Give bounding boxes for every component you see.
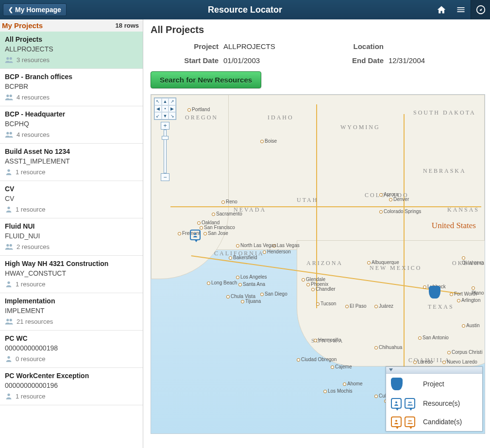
map-pan-s-icon[interactable]: ▼ bbox=[162, 112, 169, 119]
resource-group-icon bbox=[405, 398, 415, 409]
map-zoom-out-button[interactable]: − bbox=[161, 173, 169, 181]
map-pin-project[interactable] bbox=[429, 286, 440, 299]
map-zoom-slider[interactable] bbox=[164, 130, 167, 173]
project-name: PC WorkCenter Exception bbox=[5, 372, 138, 380]
project-item[interactable]: Build Asset No 1234ASST1_IMPLEMENT1 reso… bbox=[0, 144, 143, 181]
project-resources: 4 resources bbox=[5, 131, 138, 138]
map-city-label: Oklahoma bbox=[462, 255, 485, 265]
map-city-label: Bakersfield bbox=[229, 255, 257, 260]
map-city-label: Denver bbox=[389, 197, 409, 202]
resource-count: 4 resources bbox=[17, 94, 50, 101]
map-city-label: Boise bbox=[260, 138, 277, 144]
map[interactable]: OREGONIDAHOWYOMINGSOUTH DAKOTANEBRASKAUT… bbox=[151, 94, 485, 434]
svg-point-13 bbox=[10, 319, 12, 321]
back-button[interactable]: ❮ My Homepage bbox=[3, 3, 67, 16]
project-resources: 4 resources bbox=[5, 93, 138, 101]
svg-point-4 bbox=[10, 95, 12, 97]
person-icon bbox=[5, 392, 13, 400]
svg-point-1 bbox=[6, 57, 9, 60]
map-city-label: Corpus Christi bbox=[447, 349, 482, 355]
project-code: BCPBR bbox=[5, 83, 138, 90]
svg-point-15 bbox=[7, 394, 10, 396]
resource-count: 21 resources bbox=[17, 318, 53, 325]
project-name: BCP - Headquarter bbox=[5, 110, 138, 118]
map-nav-pad[interactable]: ↖ ▲ ↗ ◀ • ▶ ↙ ▼ ↘ bbox=[154, 98, 176, 120]
map-pan-e-icon[interactable]: ▶ bbox=[169, 105, 176, 113]
sidebar-rowcount: 18 rows bbox=[116, 22, 139, 29]
map-state-label: ARIZONA bbox=[306, 260, 343, 267]
map-city-label: Oakland bbox=[197, 220, 220, 225]
compass-icon[interactable] bbox=[471, 0, 490, 19]
map-pan-nw-icon[interactable]: ↖ bbox=[154, 98, 162, 105]
map-state-label: UTAH bbox=[297, 197, 318, 204]
value-end-date: 12/31/2004 bbox=[389, 56, 486, 65]
map-city-label: Portland bbox=[187, 107, 210, 112]
map-state-label: IDAHO bbox=[268, 114, 294, 121]
map-city-label: Chandler bbox=[311, 286, 336, 292]
legend-collapse-icon[interactable] bbox=[386, 367, 482, 374]
resource-count: 1 resource bbox=[16, 168, 45, 176]
project-code: ASST1_IMPLEMENT bbox=[5, 157, 138, 165]
project-item[interactable]: All ProjectsALLPROJECTS3 resources bbox=[0, 32, 143, 69]
project-item[interactable]: Fluid NUIFLUID_NUI2 resources bbox=[0, 218, 143, 256]
project-name: CV bbox=[5, 185, 138, 193]
map-city-label: Hermosillo bbox=[314, 337, 341, 343]
map-zoom-in-button[interactable]: + bbox=[161, 122, 169, 130]
project-item[interactable]: PC WorkCenter Exception000000000001961 r… bbox=[0, 368, 143, 405]
map-state-label: NEBRASKA bbox=[423, 167, 466, 175]
legend-label-candidates: Candidate(s) bbox=[423, 418, 462, 426]
menu-icon[interactable] bbox=[451, 0, 471, 19]
map-legend: Project Resource(s) Candidate(s) bbox=[386, 366, 483, 431]
map-city-label: Glendale bbox=[302, 277, 325, 282]
project-code: HWAY_CONSTUCT bbox=[5, 269, 138, 277]
project-resources: 1 resource bbox=[5, 280, 138, 288]
map-pan-n-icon[interactable]: ▲ bbox=[162, 98, 169, 105]
value-project: ALLPROJECTS bbox=[223, 42, 321, 50]
project-pin-icon bbox=[391, 378, 403, 390]
svg-point-21 bbox=[408, 420, 410, 422]
svg-point-3 bbox=[6, 95, 9, 97]
project-name: BCP - Branch offices bbox=[5, 73, 138, 81]
map-zoom-thumb[interactable] bbox=[162, 136, 169, 140]
person-icon bbox=[5, 205, 13, 213]
home-icon[interactable] bbox=[432, 0, 451, 19]
project-item[interactable]: PC WC000000000001980 resource bbox=[0, 331, 143, 368]
map-controls: ↖ ▲ ↗ ◀ • ▶ ↙ ▼ ↘ + − bbox=[154, 98, 176, 181]
map-state-label: TEXAS bbox=[428, 303, 454, 311]
svg-point-19 bbox=[410, 402, 412, 403]
map-pan-ne-icon[interactable]: ↗ bbox=[169, 98, 176, 105]
map-pan-se-icon[interactable]: ↘ bbox=[169, 112, 176, 119]
map-city-label: Tijuana bbox=[241, 299, 261, 304]
map-pan-w-icon[interactable]: ◀ bbox=[154, 105, 162, 113]
project-item[interactable]: High Way NH 4321 ConstructionHWAY_CONSTU… bbox=[0, 256, 143, 293]
map-city-label: Laredo bbox=[413, 359, 433, 365]
svg-point-12 bbox=[6, 319, 9, 321]
map-city-label: Albuquerque bbox=[367, 260, 399, 265]
sidebar-header: My Projects 18 rows bbox=[0, 19, 143, 32]
map-pan-sw-icon[interactable]: ↙ bbox=[154, 112, 162, 119]
candidate-group-icon bbox=[405, 416, 415, 427]
value-start-date: 01/01/2003 bbox=[223, 56, 321, 65]
map-state-label: SOUTH DAKOTA bbox=[413, 109, 476, 116]
map-pin-resources[interactable] bbox=[190, 230, 201, 240]
legend-candidates: Candidate(s) bbox=[386, 413, 482, 431]
legend-label-resources: Resource(s) bbox=[423, 399, 460, 407]
map-city-label: San Antonio bbox=[418, 335, 449, 340]
main-content: All Projects Project ALLPROJECTS Locatio… bbox=[143, 19, 490, 448]
map-city-label: Las Vegas bbox=[272, 243, 300, 248]
resource-count: 1 resource bbox=[16, 206, 45, 213]
project-item[interactable]: CVCV1 resource bbox=[0, 181, 143, 218]
project-item[interactable]: ImplementationIMPLEMENT21 resources bbox=[0, 293, 143, 331]
map-pan-center-icon[interactable]: • bbox=[162, 105, 169, 113]
project-item[interactable]: BCP - Branch officesBCPBR4 resources bbox=[0, 69, 143, 106]
project-name: High Way NH 4321 Construction bbox=[5, 260, 138, 267]
map-city-label: Santa Ana bbox=[238, 282, 265, 287]
project-name: Build Asset No 1234 bbox=[5, 148, 138, 155]
project-item[interactable]: BCP - HeadquarterBCPHQ4 resources bbox=[0, 106, 143, 144]
map-city-label: Los Mochis bbox=[323, 388, 353, 394]
resource-count: 1 resource bbox=[16, 281, 45, 288]
resource-single-icon bbox=[391, 398, 402, 409]
search-resources-button[interactable]: Search for New Resources bbox=[151, 71, 261, 88]
project-list[interactable]: All ProjectsALLPROJECTS3 resourcesBCP - … bbox=[0, 32, 143, 448]
project-name: All Projects bbox=[5, 35, 138, 43]
